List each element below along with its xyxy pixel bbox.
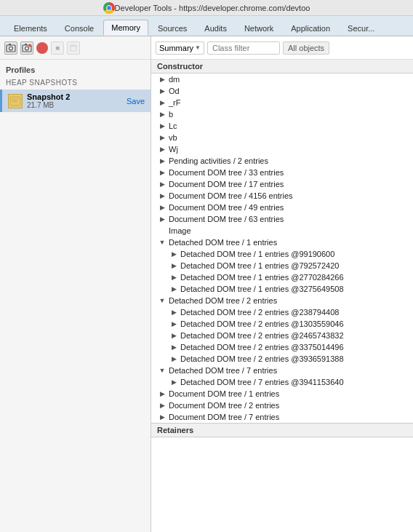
expander-icon[interactable]: ▼ <box>157 295 167 306</box>
tab-security[interactable]: Secur... <box>340 20 382 36</box>
right-panel: Summary ▼ All objects Constructor ▶dm▶Od… <box>151 36 413 532</box>
expander-icon[interactable]: ▶ <box>157 156 167 166</box>
tree-item[interactable]: ▶Detached DOM tree / 2 entries @33750144… <box>151 341 413 353</box>
tree-item[interactable]: ▼Detached DOM tree / 2 entries <box>151 295 413 306</box>
expander-icon[interactable]: ▶ <box>169 307 179 317</box>
tree-item[interactable]: ▶Document DOM tree / 33 entries <box>151 167 413 178</box>
tab-sources[interactable]: Sources <box>150 20 195 36</box>
expander-icon[interactable]: ▶ <box>157 191 167 201</box>
tree-item[interactable]: ▶Document DOM tree / 2 entries <box>151 400 413 411</box>
item-text: Detached DOM tree / 1 entries @792572420 <box>179 261 340 271</box>
snapshot-icon <box>8 94 23 108</box>
item-text: Document DOM tree / 2 entries <box>167 400 281 410</box>
item-text: b <box>167 109 175 119</box>
tree-item[interactable]: ▶Document DOM tree / 63 entries <box>151 213 413 225</box>
tree-item[interactable]: ▶dm <box>151 74 413 85</box>
expander-icon[interactable]: ▶ <box>157 400 167 410</box>
tree-item[interactable]: ▶Document DOM tree / 49 entries <box>151 202 413 213</box>
tab-audits[interactable]: Audits <box>196 20 235 36</box>
tree-item[interactable]: ▶Detached DOM tree / 2 entries @24657438… <box>151 330 413 341</box>
tree-item[interactable]: ▶_rF <box>151 97 413 108</box>
right-toolbar: Summary ▼ All objects <box>151 36 413 60</box>
expander-icon[interactable]: ▶ <box>169 261 179 271</box>
expander-icon[interactable]: ▼ <box>157 237 167 247</box>
tab-elements[interactable]: Elements <box>6 20 55 36</box>
tree-item[interactable]: ▼Detached DOM tree / 1 entries <box>151 237 413 248</box>
expander-icon[interactable]: ▶ <box>157 412 167 422</box>
main-layout: ■ Profiles HEAP SNAPSHOTS <box>0 36 413 532</box>
expander-icon[interactable]: ▶ <box>169 284 179 294</box>
item-text: _rF <box>167 98 183 108</box>
item-text: Detached DOM tree / 1 entries @327564950… <box>179 284 345 294</box>
expander-icon[interactable]: ▶ <box>169 272 179 282</box>
expander-icon[interactable]: ▶ <box>157 121 167 131</box>
item-text: Detached DOM tree / 1 entries <box>167 237 278 247</box>
expander-icon[interactable]: ▶ <box>169 377 179 387</box>
retainers-header: Retainers <box>151 423 413 437</box>
tree-item[interactable]: ▶Detached DOM tree / 1 entries @79257242… <box>151 260 413 271</box>
expander-icon[interactable]: ▶ <box>169 330 179 341</box>
tab-memory[interactable]: Memory <box>103 20 148 36</box>
tree-item[interactable]: ▶Lc <box>151 120 413 132</box>
tab-network[interactable]: Network <box>236 20 281 36</box>
expander-icon[interactable]: ▶ <box>157 179 167 189</box>
expander-icon[interactable]: ▶ <box>157 167 167 178</box>
tree-item[interactable]: ▶Detached DOM tree / 2 entries @13035590… <box>151 318 413 330</box>
heap-snapshots-label: HEAP SNAPSHOTS <box>0 77 151 90</box>
all-objects-dropdown[interactable]: All objects <box>283 41 329 55</box>
expander-icon[interactable]: ▶ <box>157 86 167 96</box>
item-text: Document DOM tree / 4156 entries <box>167 191 294 201</box>
item-text: Detached DOM tree / 2 entries <box>167 295 278 306</box>
item-text: Od <box>167 86 181 96</box>
tree-item[interactable]: ▶Document DOM tree / 7 entries <box>151 411 413 423</box>
item-text: Detached DOM tree / 2 entries @246574383… <box>179 330 345 341</box>
tree-item[interactable]: ▶Detached DOM tree / 1 entries @99190600 <box>151 248 413 260</box>
item-text: vb <box>167 132 179 143</box>
tree-item[interactable]: ▶Detached DOM tree / 2 entries @39365913… <box>151 353 413 365</box>
snapshot-item[interactable]: Snapshot 2 21.7 MB Save <box>0 90 151 112</box>
expander-icon[interactable]: ▶ <box>157 74 167 84</box>
summary-dropdown[interactable]: Summary ▼ <box>156 41 204 55</box>
tab-application[interactable]: Application <box>283 20 338 36</box>
expander-icon[interactable]: ▶ <box>157 202 167 213</box>
save-link[interactable]: Save <box>127 97 145 106</box>
tree-item[interactable]: ▶Document DOM tree / 4156 entries <box>151 190 413 202</box>
tree-item[interactable]: ▶vb <box>151 132 413 143</box>
expander-icon[interactable]: ▼ <box>157 365 167 376</box>
tree-item[interactable]: ▶Od <box>151 85 413 97</box>
tree-item[interactable]: ▶Document DOM tree / 17 entries <box>151 178 413 190</box>
tree-item[interactable]: ▶b <box>151 108 413 120</box>
class-filter-input[interactable] <box>207 41 280 55</box>
expander-icon[interactable]: ▶ <box>157 214 167 224</box>
tree-item[interactable]: ▶Wj <box>151 143 413 155</box>
expander-icon[interactable]: ▶ <box>157 132 167 143</box>
expander-icon[interactable]: ▶ <box>157 144 167 154</box>
tree-item[interactable]: ▶Image <box>151 225 413 237</box>
record-button[interactable] <box>36 42 48 54</box>
expander-icon[interactable]: ▶ <box>157 98 167 108</box>
tree-container: ▶dm▶Od▶_rF▶b▶Lc▶vb▶Wj▶Pending activities… <box>151 74 413 423</box>
tree-item[interactable]: ▶Document DOM tree / 1 entries <box>151 388 413 400</box>
item-text: Document DOM tree / 63 entries <box>167 214 285 224</box>
clear-button <box>67 41 80 55</box>
tree-item[interactable]: ▶Detached DOM tree / 1 entries @32756495… <box>151 283 413 295</box>
expander-icon[interactable]: ▶ <box>169 249 179 259</box>
tree-item[interactable]: ▶Detached DOM tree / 1 entries @27702842… <box>151 271 413 283</box>
expander-icon[interactable]: ▶ <box>169 319 179 329</box>
snapshot-name: Snapshot 2 <box>27 92 122 101</box>
tree-item[interactable]: ▶Pending activities / 2 entries <box>151 155 413 167</box>
tab-console[interactable]: Console <box>57 20 102 36</box>
tree-item[interactable]: ▼Detached DOM tree / 7 entries <box>151 365 413 376</box>
item-text: Document DOM tree / 7 entries <box>167 412 281 422</box>
expander-icon[interactable]: ▶ <box>169 354 179 364</box>
take-snapshot-button[interactable] <box>4 41 17 55</box>
item-text: Detached DOM tree / 2 entries @130355904… <box>179 319 345 329</box>
expander-icon[interactable]: ▶ <box>169 342 179 352</box>
tree-item[interactable]: ▶Detached DOM tree / 2 entries @23879440… <box>151 306 413 318</box>
expander-icon[interactable]: ▶ <box>157 109 167 119</box>
start-recording-button[interactable] <box>20 41 33 55</box>
summary-label: Summary <box>159 44 193 52</box>
expander-icon[interactable]: ▶ <box>157 389 167 399</box>
tree-item[interactable]: ▶Detached DOM tree / 7 entries @39411536… <box>151 376 413 388</box>
content-area[interactable]: Constructor ▶dm▶Od▶_rF▶b▶Lc▶vb▶Wj▶Pendin… <box>151 60 413 532</box>
